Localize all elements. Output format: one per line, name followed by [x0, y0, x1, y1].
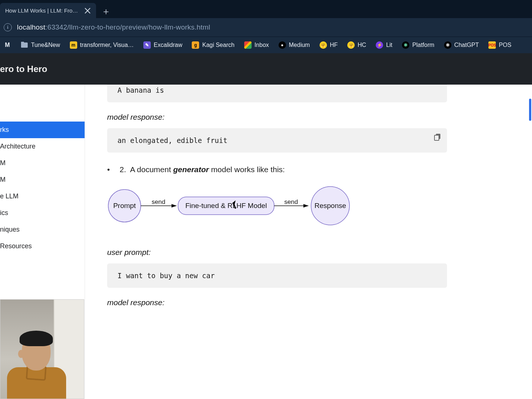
bookmarks-bar: MM Tune&New mtransformer, Visua… ✎Excali… [0, 37, 532, 53]
content: user prompt: A banana is model response:… [85, 85, 532, 399]
site-title: ero to Hero [0, 64, 47, 74]
diagram-edge-label: send [152, 198, 166, 205]
bookmark-item[interactable]: MM [4, 41, 11, 49]
label-user-prompt: user prompt: [107, 248, 510, 257]
new-tab-button[interactable] [100, 6, 112, 18]
miro-icon: m [70, 41, 77, 49]
bookmark-item[interactable]: ✎Excalidraw [143, 41, 182, 49]
code-text: an elongated, edible fruit [117, 136, 227, 144]
sidebar-item[interactable]: M [0, 155, 85, 171]
bookmark-item[interactable]: ⚡Lit [376, 41, 392, 49]
bullet-number: 2. [120, 165, 126, 174]
sidebar-item-label: ics [0, 209, 8, 216]
sidebar-item-resources[interactable]: Resources [0, 238, 85, 255]
huggingface-icon: 🤗 [320, 41, 327, 49]
code-text: I want to buy a new car [117, 272, 215, 280]
bookmark-item[interactable]: gKagi Search [192, 41, 234, 49]
label-model-response-2: model response: [107, 298, 510, 307]
folder-icon [21, 41, 28, 49]
sidebar-list: rks Architecture M M e LLM ics niques Re… [0, 122, 85, 255]
bookmark-label: POS [499, 42, 511, 48]
bookmark-label: Tune&New [31, 42, 60, 48]
diagram-node-model: Fine-tuned & RLHF Model [185, 202, 267, 209]
sidebar-item-label: Resources [0, 242, 32, 250]
label-model-response: model response: [107, 113, 510, 122]
tab-title: How LLM Works | LLM: From … [5, 7, 81, 14]
close-tab-icon[interactable] [84, 7, 91, 14]
browser-omnibox[interactable]: i localhost:63342/llm-zero-to-hero/previ… [0, 18, 532, 37]
diagram-node-prompt: Prompt [113, 202, 136, 209]
sidebar: rks Architecture M M e LLM ics niques Re… [0, 85, 85, 399]
sidebar-item-label: Architecture [0, 143, 35, 150]
bookmark-label: ChatGPT [454, 42, 479, 48]
bookmark-label: Inbox [255, 42, 269, 48]
bookmark-label: Platform [412, 42, 434, 48]
bookmark-label: Medium [289, 42, 310, 48]
medium-icon: ● [279, 41, 286, 49]
browser-tabstrip: How LLM Works | LLM: From … [0, 0, 532, 18]
bookmark-label: HF [330, 42, 338, 48]
bookmark-label: transformer, Visua… [80, 42, 134, 48]
bullet-text-pre: A document [130, 165, 173, 174]
code-block-prompt-2: I want to buy a new car [107, 263, 447, 288]
bullet-generator: • 2. A document generator model works li… [107, 165, 510, 174]
webcam-pip [0, 299, 84, 399]
huggingface-icon: 🤗 [347, 41, 355, 49]
copy-button[interactable] [433, 133, 442, 141]
svg-rect-1 [434, 135, 439, 140]
site-info-icon[interactable]: i [4, 23, 12, 31]
code-block-prompt: A banana is [107, 85, 447, 102]
flow-diagram: Prompt send Fine-tuned & RLHF Model send… [104, 184, 510, 229]
bookmark-label: HC [358, 42, 366, 48]
bookmark-item[interactable]: mtransformer, Visua… [70, 41, 134, 49]
sidebar-item-label: niques [0, 226, 20, 233]
sidebar-item-label: M [0, 176, 6, 183]
sidebar-item[interactable]: e LLM [0, 188, 85, 205]
kagi-icon: g [192, 41, 199, 49]
bookmark-item[interactable]: ❊Platform [402, 41, 434, 49]
bookmark-label: Kagi Search [202, 42, 234, 48]
bookmark-item[interactable]: 🤗HF [320, 41, 338, 49]
url-path: :63342/llm-zero-to-hero/preview/how-llm-… [45, 23, 210, 31]
openai-icon: ❊ [402, 41, 409, 49]
bookmark-item[interactable]: 🤗HC [347, 41, 366, 49]
bullet-text-post: model works like this: [209, 165, 284, 174]
bookmark-item[interactable]: ❊ChatGPT [444, 41, 479, 49]
sidebar-item-label: rks [0, 126, 9, 133]
sidebar-item-how-llm-works[interactable]: rks [0, 122, 85, 138]
bookmark-label: Lit [386, 42, 392, 48]
gmail-icon [244, 41, 252, 49]
url-host: localhost [17, 23, 45, 31]
code-text: A banana is [117, 86, 164, 94]
diagram-edge-label: send [284, 198, 298, 205]
openai-icon: ❊ [444, 41, 451, 49]
sidebar-item-architecture[interactable]: Architecture [0, 138, 85, 155]
lightning-icon: ⚡ [376, 41, 383, 49]
excalidraw-icon: ✎ [143, 41, 151, 49]
bookmark-item[interactable]: ●Medium [279, 41, 310, 49]
sidebar-item[interactable]: niques [0, 221, 85, 238]
bookmark-item[interactable]: Inbox [244, 41, 269, 49]
sidebar-item[interactable]: ics [0, 205, 85, 221]
url-text: localhost:63342/llm-zero-to-hero/preview… [17, 23, 210, 31]
page-header: ero to Hero [0, 53, 532, 85]
browser-tab-active[interactable]: How LLM Works | LLM: From … [0, 3, 96, 18]
pos-icon: POS [488, 41, 496, 49]
sidebar-item[interactable]: M [0, 171, 85, 188]
sidebar-item-label: e LLM [0, 192, 18, 200]
bookmark-label: Excalidraw [154, 42, 182, 48]
diagram-node-response: Response [314, 202, 346, 209]
code-block-response: an elongated, edible fruit [107, 128, 447, 153]
sidebar-item-label: M [0, 159, 6, 167]
bookmark-item[interactable]: Tune&New [21, 41, 60, 49]
bookmark-item[interactable]: POSPOS [488, 41, 511, 49]
bullet-emph: generator [173, 165, 209, 174]
